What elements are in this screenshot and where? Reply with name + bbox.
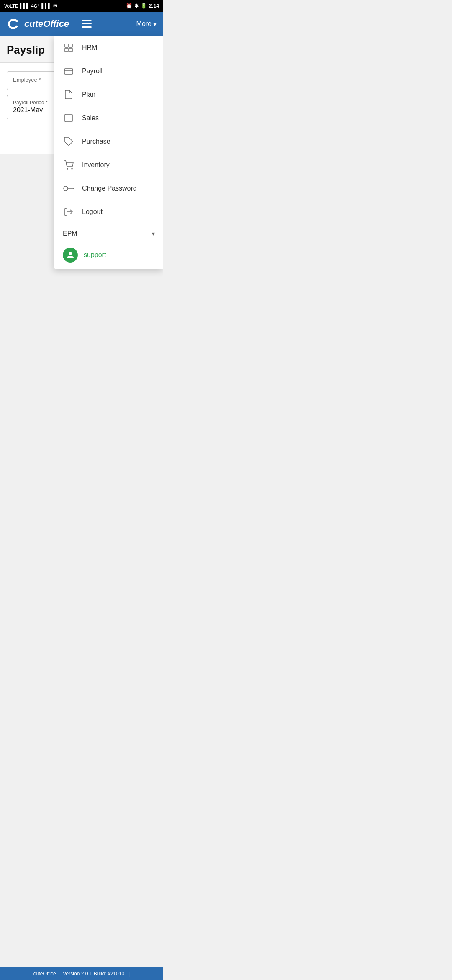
svg-rect-6 bbox=[65, 114, 72, 122]
time-display: 2:14 bbox=[149, 3, 159, 9]
logo-icon bbox=[7, 17, 20, 31]
status-bar: VoLTE ▌▌▌ 4G⁺ ▌▌▌ ✉ ⏰ ✱ 🔋 2:14 bbox=[0, 0, 163, 12]
bluetooth-icon: ✱ bbox=[134, 3, 139, 9]
inventory-icon bbox=[63, 159, 74, 171]
change-password-icon bbox=[63, 183, 74, 194]
svg-rect-1 bbox=[65, 44, 68, 47]
epm-select-wrapper[interactable]: EPM Option 2 bbox=[63, 228, 155, 239]
purchase-icon bbox=[63, 136, 74, 147]
plan-icon bbox=[63, 89, 74, 101]
network-icon: 4G⁺ bbox=[31, 3, 40, 9]
hrm-label: HRM bbox=[82, 44, 97, 52]
epm-section[interactable]: EPM Option 2 bbox=[54, 224, 163, 242]
svg-rect-3 bbox=[65, 48, 68, 52]
logout-label: Logout bbox=[82, 208, 103, 216]
svg-rect-5 bbox=[64, 69, 73, 74]
signal-icon: ▌▌▌ bbox=[20, 3, 29, 8]
sales-label: Sales bbox=[82, 114, 99, 122]
support-avatar-icon bbox=[63, 248, 78, 263]
battery-icon: 🔋 bbox=[141, 3, 147, 9]
menu-item-logout[interactable]: Logout bbox=[54, 200, 163, 224]
menu-item-payroll[interactable]: Payroll bbox=[54, 59, 163, 83]
more-button[interactable]: More ▾ bbox=[136, 20, 157, 28]
hrm-icon bbox=[63, 42, 74, 54]
menu-item-change-password[interactable]: Change Password bbox=[54, 177, 163, 200]
payroll-label: Payroll bbox=[82, 67, 103, 75]
support-section[interactable]: support bbox=[54, 242, 163, 269]
app-name-label: cuteOffice bbox=[24, 18, 69, 29]
hamburger-line-3 bbox=[82, 26, 92, 28]
svg-point-9 bbox=[72, 168, 72, 169]
chevron-down-icon: ▾ bbox=[153, 20, 157, 28]
change-password-label: Change Password bbox=[82, 185, 137, 192]
signal2-icon: ▌▌▌ bbox=[41, 3, 51, 8]
hamburger-button[interactable] bbox=[80, 18, 93, 29]
menu-item-purchase[interactable]: Purchase bbox=[54, 130, 163, 153]
menu-item-inventory[interactable]: Inventory bbox=[54, 153, 163, 177]
msg-icon: ✉ bbox=[53, 3, 57, 9]
menu-item-plan[interactable]: Plan bbox=[54, 83, 163, 106]
svg-rect-2 bbox=[69, 44, 72, 47]
svg-rect-4 bbox=[69, 48, 72, 52]
volte-icon: VoLTE bbox=[4, 3, 18, 8]
svg-point-10 bbox=[64, 186, 68, 191]
logout-icon bbox=[63, 206, 74, 218]
support-label[interactable]: support bbox=[84, 251, 106, 259]
epm-select[interactable]: EPM Option 2 bbox=[63, 228, 155, 239]
svg-point-8 bbox=[67, 168, 68, 169]
sales-icon bbox=[63, 112, 74, 124]
menu-item-sales[interactable]: Sales bbox=[54, 106, 163, 130]
status-right: ⏰ ✱ 🔋 2:14 bbox=[126, 3, 159, 9]
plan-label: Plan bbox=[82, 91, 95, 98]
header-left: cuteOffice bbox=[7, 17, 93, 31]
svg-point-0 bbox=[16, 20, 18, 22]
alarm-icon: ⏰ bbox=[126, 3, 132, 9]
menu-item-hrm[interactable]: HRM bbox=[54, 36, 163, 59]
hamburger-line-2 bbox=[82, 23, 92, 25]
inventory-label: Inventory bbox=[82, 161, 110, 169]
status-left: VoLTE ▌▌▌ 4G⁺ ▌▌▌ ✉ bbox=[4, 3, 57, 9]
dropdown-menu: HRM Payroll Plan Sales bbox=[54, 36, 163, 269]
payroll-icon bbox=[63, 65, 74, 77]
more-label: More bbox=[136, 20, 152, 28]
hamburger-line-1 bbox=[82, 20, 92, 21]
purchase-label: Purchase bbox=[82, 138, 110, 145]
app-header: cuteOffice More ▾ bbox=[0, 12, 163, 36]
